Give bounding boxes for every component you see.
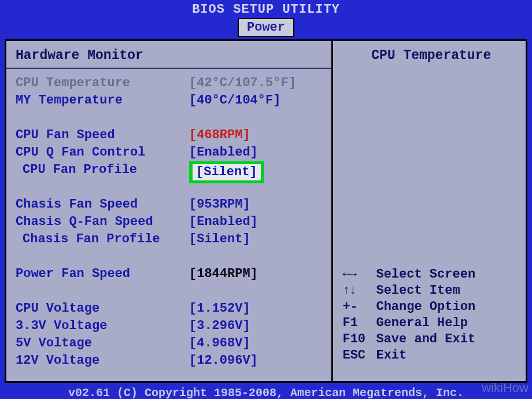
- row-cpu-fan-profile[interactable]: CPU Fan Profile [Silent]: [16, 161, 326, 179]
- help-general-help-label: General Help: [376, 315, 467, 331]
- label-chasis-q-fan-speed: Chasis Q-Fan Speed: [16, 213, 189, 231]
- label-12v-voltage: 12V Voltage: [16, 352, 189, 370]
- row-chasis-fan-profile[interactable]: Chasis Fan Profile [Silent]: [16, 231, 326, 248]
- value-12v-voltage: [12.096V]: [189, 352, 326, 370]
- label-3v3-voltage: 3.3V Voltage: [16, 317, 189, 335]
- label-my-temperature: MY Temperature: [16, 92, 189, 109]
- value-3v3-voltage: [3.296V]: [189, 317, 326, 335]
- label-cpu-temperature: CPU Temperature: [16, 75, 189, 92]
- help-key-list: ←→ Select Screen ↑↓ Select Item +- Chang…: [342, 267, 520, 375]
- value-cpu-q-fan-control: [Enabled]: [189, 144, 326, 161]
- row-chasis-q-fan-speed[interactable]: Chasis Q-Fan Speed [Enabled]: [16, 213, 326, 231]
- row-cpu-voltage[interactable]: CPU Voltage [1.152V]: [16, 300, 326, 317]
- row-cpu-fan-speed[interactable]: CPU Fan Speed [468RPM]: [16, 127, 326, 144]
- highlight-selected: [Silent]: [189, 161, 264, 183]
- help-context-title: CPU Temperature: [342, 48, 520, 63]
- label-cpu-fan-profile: CPU Fan Profile: [16, 161, 189, 179]
- value-chasis-fan-profile: [Silent]: [189, 231, 326, 248]
- value-cpu-fan-profile-wrap: [Silent]: [189, 161, 326, 179]
- row-3v3-voltage[interactable]: 3.3V Voltage [3.296V]: [16, 317, 326, 335]
- label-power-fan-speed: Power Fan Speed: [16, 265, 189, 283]
- value-chasis-q-fan-speed: [Enabled]: [189, 213, 326, 231]
- row-chasis-fan-speed[interactable]: Chasis Fan Speed [953RPM]: [16, 196, 326, 213]
- tab-row: Power: [0, 18, 532, 37]
- right-panel: CPU Temperature ←→ Select Screen ↑↓ Sele…: [333, 41, 526, 381]
- help-general-help: F1 General Help: [342, 315, 520, 331]
- help-exit-label: Exit: [376, 348, 407, 364]
- footer-copyright: v02.61 (C) Copyright 1985-2008, American…: [0, 383, 532, 399]
- label-5v-voltage: 5V Voltage: [16, 335, 189, 352]
- value-my-temperature: [40°C/104°F]: [189, 92, 326, 109]
- key-esc: ESC: [342, 348, 376, 364]
- value-cpu-fan-speed: [468RPM]: [189, 127, 326, 144]
- left-panel: Hardware Monitor CPU Temperature [42°C/1…: [6, 41, 333, 381]
- help-select-screen-label: Select Screen: [376, 267, 475, 283]
- value-cpu-fan-profile[interactable]: [Silent]: [193, 164, 261, 180]
- row-cpu-temperature[interactable]: CPU Temperature [42°C/107.5°F]: [16, 75, 326, 92]
- panel-title-hardware-monitor: Hardware Monitor: [16, 48, 326, 63]
- row-cpu-q-fan-control[interactable]: CPU Q Fan Control [Enabled]: [16, 144, 326, 161]
- help-select-screen: ←→ Select Screen: [342, 267, 520, 283]
- label-cpu-fan-speed: CPU Fan Speed: [16, 127, 189, 144]
- label-chasis-fan-profile: Chasis Fan Profile: [16, 231, 189, 248]
- value-power-fan-speed: [1844RPM]: [189, 265, 326, 283]
- label-cpu-q-fan-control: CPU Q Fan Control: [16, 144, 189, 161]
- key-f1: F1: [342, 315, 376, 331]
- value-5v-voltage: [4.968V]: [189, 335, 326, 352]
- row-my-temperature[interactable]: MY Temperature [40°C/104°F]: [16, 92, 326, 109]
- key-f10: F10: [342, 331, 376, 348]
- value-cpu-temperature: [42°C/107.5°F]: [189, 75, 326, 92]
- label-chasis-fan-speed: Chasis Fan Speed: [16, 196, 189, 213]
- bios-title: BIOS SETUP UTILITY: [0, 0, 532, 18]
- label-cpu-voltage: CPU Voltage: [16, 300, 189, 317]
- help-select-item: ↑↓ Select Item: [342, 283, 520, 299]
- main-content: Hardware Monitor CPU Temperature [42°C/1…: [5, 39, 527, 383]
- key-left-right-icon: ←→: [342, 267, 376, 283]
- row-power-fan-speed[interactable]: Power Fan Speed [1844RPM]: [16, 265, 326, 283]
- help-exit: ESC Exit: [342, 348, 520, 364]
- row-12v-voltage[interactable]: 12V Voltage [12.096V]: [16, 352, 326, 370]
- divider: [6, 68, 331, 69]
- tab-power[interactable]: Power: [238, 18, 294, 37]
- help-save-exit: F10 Save and Exit: [342, 331, 520, 348]
- help-select-item-label: Select Item: [376, 283, 460, 299]
- row-5v-voltage[interactable]: 5V Voltage [4.968V]: [16, 335, 326, 352]
- key-plus-minus-icon: +-: [342, 299, 376, 315]
- value-chasis-fan-speed: [953RPM]: [189, 196, 326, 213]
- key-up-down-icon: ↑↓: [342, 283, 376, 299]
- help-change-option-label: Change Option: [376, 299, 475, 315]
- value-cpu-voltage: [1.152V]: [189, 300, 326, 317]
- help-save-exit-label: Save and Exit: [376, 331, 475, 348]
- help-change-option: +- Change Option: [342, 299, 520, 315]
- watermark: wikiHow: [482, 380, 529, 396]
